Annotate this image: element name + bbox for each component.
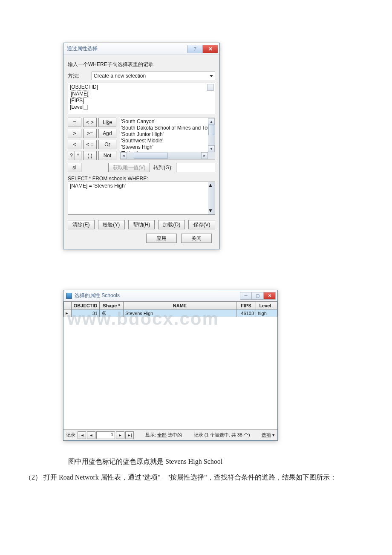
value-item[interactable]: 'South Junior High' — [121, 131, 214, 138]
scroll-up-icon[interactable]: ▲ — [208, 182, 215, 189]
value-item[interactable]: 'Stevens High' — [121, 144, 214, 150]
field-item[interactable]: [Level_] — [70, 104, 213, 110]
show-selected-link[interactable]: 选中的 — [168, 432, 182, 437]
clear-button[interactable]: 清除(E) — [68, 220, 95, 229]
caption-text-2: （2） 打开 Road Network 属性表，通过"选项"—"按属性选择"，查… — [25, 471, 375, 483]
help-icon[interactable]: ? — [187, 45, 202, 53]
minimize-icon[interactable]: ─ — [240, 292, 252, 300]
op-like[interactable]: Like — [98, 118, 116, 127]
apply-button[interactable]: 应用 — [146, 234, 177, 243]
values-vscrollbar[interactable]: ▲ ▼ — [208, 118, 215, 152]
nav-last-icon[interactable]: ►| — [125, 431, 134, 439]
selected-attributes-window: 选择的属性 Schools ─ ▢ ✕ OBJECTID Shape * NAM… — [63, 290, 278, 441]
table-row[interactable]: ▸ 31 点 Stevens High 46103 high — [64, 309, 277, 317]
titlebar[interactable]: 通过属性选择 ? ✕ — [63, 43, 219, 55]
field-item[interactable]: [FIPS] — [70, 98, 213, 104]
op-not[interactable]: Not — [98, 151, 116, 160]
op-notequals[interactable]: < > — [83, 118, 97, 127]
help-button[interactable]: 帮助(H) — [128, 220, 155, 229]
maximize-icon[interactable]: ▢ — [252, 292, 264, 300]
expr-vscrollbar[interactable]: ▲ ▼ — [208, 182, 215, 214]
chevron-down-icon: ▾ — [272, 432, 275, 437]
value-item[interactable]: 'South Dakota School of Mines and Techn — [121, 125, 214, 131]
scroll-right-icon[interactable]: ► — [201, 152, 208, 159]
col-level[interactable]: Level_ — [256, 302, 277, 309]
op-question[interactable]: ? — [68, 151, 75, 160]
col-name[interactable]: NAME — [124, 302, 236, 309]
scroll-left-icon[interactable]: ◄ — [120, 152, 127, 159]
select-by-attributes-dialog: 通过属性选择 ? ✕ 输入一个WHERE子句选择表里的记录. 方法: Creat… — [63, 43, 220, 249]
scroll-thumb[interactable] — [208, 125, 214, 135]
expression-textarea[interactable]: [NAME] = 'Stevens High' ▲ ▼ — [68, 182, 215, 215]
select-all-header[interactable] — [64, 302, 72, 309]
expression-text: [NAME] = 'Stevens High' — [70, 183, 126, 189]
dialog-title: 通过属性选择 — [67, 45, 187, 52]
values-hscrollbar[interactable]: ◄ ► — [120, 152, 208, 159]
col-objectid[interactable]: OBJECTID — [72, 302, 100, 309]
cell-fips[interactable]: 46103 — [236, 309, 256, 317]
scroll-up-icon[interactable]: ▲ — [208, 118, 215, 125]
titlebar[interactable]: 选择的属性 Schools ─ ▢ ✕ — [63, 290, 277, 301]
save-button[interactable]: 保存(V) — [188, 220, 215, 229]
value-item[interactable]: 'Southwest Middle' — [121, 138, 214, 144]
col-fips[interactable]: FIPS — [236, 302, 256, 309]
unique-values-list[interactable]: 'South Canyon' 'South Dakota School of M… — [120, 118, 215, 159]
cell-name[interactable]: Stevens High — [124, 309, 236, 317]
cell-level[interactable]: high — [256, 309, 277, 317]
nav-first-icon[interactable]: |◄ — [78, 431, 86, 439]
close-icon[interactable]: ✕ — [202, 45, 218, 53]
table-icon — [66, 293, 72, 299]
op-equals[interactable]: = — [68, 118, 81, 127]
op-lte[interactable]: < = — [83, 140, 97, 149]
nav-next-icon[interactable]: ► — [116, 431, 124, 439]
value-item[interactable]: 'South Canyon' — [121, 119, 214, 125]
verify-button[interactable]: 校验(Y) — [98, 220, 125, 229]
op-paren[interactable]: ( ) — [83, 151, 97, 160]
instruction-label: 输入一个WHERE子句选择表里的记录. — [68, 61, 215, 68]
load-button[interactable]: 加载(D) — [158, 220, 185, 229]
op-gte[interactable]: >= — [83, 129, 97, 138]
status-text: 记录 (1 个被选中, 共 38 个) — [194, 432, 250, 438]
field-item[interactable]: [OBJECTID] — [70, 84, 213, 90]
row-header[interactable]: ▸ — [64, 309, 72, 317]
statusbar: 记录: |◄ ◄ 1 ► ►| 显示: 全部 选中的 记录 (1 个被选中, 共… — [63, 429, 277, 440]
col-shape[interactable]: Shape * — [100, 302, 124, 309]
cell-shape[interactable]: 点 — [100, 309, 124, 317]
operator-buttons: = < > Like > >= And < < = Or ? * ( ) Not — [68, 118, 116, 160]
caption-text-1: 图中用蓝色标记的蓝色原点就是 Stevens High School — [68, 457, 222, 466]
options-dropdown[interactable]: 选项 ▾ — [262, 432, 275, 438]
op-star[interactable]: * — [75, 151, 81, 160]
window-title: 选择的属性 Schools — [75, 292, 240, 299]
show-label: 显示: — [145, 432, 156, 437]
op-gt[interactable]: > — [68, 129, 81, 138]
op-is[interactable]: sI — [68, 163, 81, 172]
field-item-selected[interactable]: [NAME] — [70, 90, 89, 98]
op-or[interactable]: Or — [98, 140, 116, 149]
sql-label: SELECT * FROM schools WHERE: — [68, 176, 215, 182]
cell-objectid[interactable]: 31 — [72, 309, 100, 317]
record-number-input[interactable]: 1 — [96, 431, 115, 439]
scroll-down-icon[interactable]: ▼ — [208, 145, 215, 152]
close-icon[interactable]: ✕ — [264, 292, 276, 300]
method-value: Create a new selection — [94, 73, 146, 79]
scroll-thumb[interactable] — [134, 153, 168, 159]
op-and[interactable]: And — [98, 129, 116, 138]
scroll-corner — [208, 152, 215, 159]
scroll-down-icon[interactable]: ▼ — [208, 208, 215, 214]
table-grid[interactable]: OBJECTID Shape * NAME FIPS Level_ ▸ 31 点… — [63, 301, 277, 429]
goto-label: 转到(G): — [153, 164, 173, 171]
method-dropdown[interactable]: Create a new selection — [92, 72, 215, 80]
op-lt[interactable]: < — [68, 140, 81, 149]
nav-prev-icon[interactable]: ◄ — [87, 431, 95, 439]
get-unique-button[interactable]: 获取唯一值(V) — [108, 163, 150, 172]
show-group: 显示: 全部 选中的 — [145, 432, 182, 438]
goto-input[interactable] — [176, 163, 215, 172]
method-label: 方法: — [68, 72, 92, 80]
fields-list[interactable]: [OBJECTID] [NAME] [FIPS] [Level_] — [68, 83, 215, 114]
close-button[interactable]: 关闭 — [181, 234, 212, 243]
record-label: 记录: — [66, 432, 77, 438]
show-all-link[interactable]: 全部 — [157, 432, 167, 437]
